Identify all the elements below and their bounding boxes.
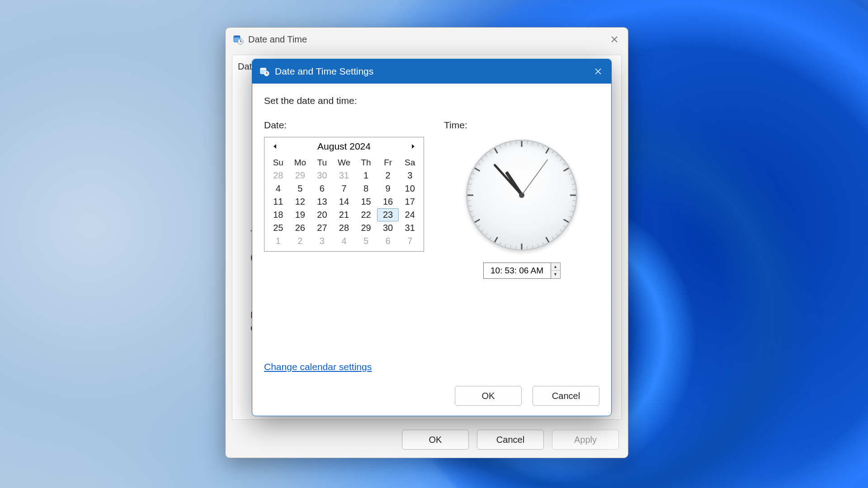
- parent-apply-button: Apply: [552, 430, 619, 450]
- modal-cancel-button[interactable]: Cancel: [533, 386, 599, 406]
- calendar-day[interactable]: 10: [399, 182, 421, 195]
- modal-close-button[interactable]: [589, 63, 608, 80]
- clock-tick: [505, 144, 506, 146]
- date-label: Date:: [264, 120, 424, 131]
- chevron-left-icon: [273, 144, 277, 149]
- clock-tick: [556, 233, 558, 235]
- calendar-day[interactable]: 29: [355, 221, 377, 235]
- calendar-day[interactable]: 17: [399, 195, 421, 208]
- clock-tick: [469, 184, 472, 185]
- svg-rect-4: [260, 68, 266, 70]
- calendar-day[interactable]: 31: [333, 169, 355, 182]
- clock-second-hand: [521, 159, 548, 195]
- calendar-day[interactable]: 8: [355, 182, 377, 195]
- time-spin-down[interactable]: ▼: [551, 271, 560, 278]
- calendar-day[interactable]: 19: [289, 208, 311, 221]
- clock-tick: [532, 142, 533, 145]
- calendar-day[interactable]: 31: [399, 221, 421, 235]
- calendar-prev-month[interactable]: [269, 141, 281, 152]
- parent-cancel-button[interactable]: Cancel: [477, 430, 544, 450]
- parent-ok-button[interactable]: OK: [402, 430, 469, 450]
- clock-tick: [468, 189, 471, 190]
- calendar-day[interactable]: 7: [399, 235, 421, 248]
- calendar-day[interactable]: 28: [333, 221, 355, 235]
- calendar-day[interactable]: 14: [333, 195, 355, 208]
- clock-tick: [481, 230, 483, 232]
- chevron-right-icon: [411, 144, 415, 149]
- calendar-day[interactable]: 25: [267, 221, 289, 235]
- time-input[interactable]: [483, 263, 551, 279]
- calendar-day[interactable]: 12: [289, 195, 311, 208]
- calendar-day[interactable]: 3: [311, 235, 333, 248]
- calendar-day[interactable]: 27: [311, 221, 333, 235]
- calendar-day[interactable]: 4: [267, 182, 289, 195]
- calendar-day[interactable]: 6: [311, 182, 333, 195]
- clock-tick: [521, 244, 523, 249]
- clock-tick: [500, 242, 501, 245]
- analog-clock: [466, 140, 577, 251]
- calendar-day[interactable]: 4: [333, 235, 355, 248]
- calendar-month-year[interactable]: August 2024: [317, 141, 371, 152]
- close-icon: [611, 36, 618, 43]
- calendar-day-header: Mo: [289, 156, 311, 169]
- clock-tick: [552, 237, 554, 239]
- calendar-day[interactable]: 29: [289, 169, 311, 182]
- clock-tick: [481, 159, 483, 161]
- modal-titlebar[interactable]: Date and Time Settings: [252, 59, 611, 84]
- calendar-day[interactable]: 30: [311, 169, 333, 182]
- modal-footer: OK Cancel: [252, 376, 611, 416]
- clock-tick: [545, 148, 549, 154]
- clock-tick: [571, 178, 573, 179]
- calendar-day[interactable]: 20: [311, 208, 333, 221]
- clock-tick: [563, 163, 566, 165]
- calendar-day[interactable]: 24: [399, 208, 421, 221]
- modal-ok-button[interactable]: OK: [455, 386, 522, 406]
- clock-tick: [467, 195, 473, 196]
- clock-tick: [572, 206, 575, 206]
- calendar-day[interactable]: 5: [289, 182, 311, 195]
- calendar-next-month[interactable]: [407, 141, 419, 152]
- calendar-day[interactable]: 9: [377, 182, 399, 195]
- change-calendar-settings-link[interactable]: Change calendar settings: [264, 361, 372, 372]
- calendar-day[interactable]: 6: [377, 235, 399, 248]
- calendar-day[interactable]: 13: [311, 195, 333, 208]
- date-time-settings-dialog: Date and Time Settings Set the date and …: [252, 59, 612, 416]
- calendar-day[interactable]: 3: [399, 169, 421, 182]
- calendar-day[interactable]: 11: [267, 195, 289, 208]
- clock-tick: [570, 195, 576, 196]
- time-label: Time:: [444, 120, 467, 131]
- calendar-day[interactable]: 18: [267, 208, 289, 221]
- parent-close-button[interactable]: [605, 31, 623, 47]
- calendar-clock-icon: [233, 34, 244, 45]
- time-spin-up[interactable]: ▲: [551, 263, 560, 271]
- clock-tick: [560, 230, 562, 232]
- calendar-day[interactable]: 2: [377, 169, 399, 182]
- calendar-day[interactable]: 26: [289, 221, 311, 235]
- clock-tick: [494, 237, 498, 243]
- parent-titlebar[interactable]: Date and Time: [226, 28, 628, 51]
- calendar-day[interactable]: 22: [355, 208, 377, 221]
- calendar-day[interactable]: 15: [355, 195, 377, 208]
- clock-tick: [569, 216, 571, 217]
- calendar-day[interactable]: 23: [377, 208, 399, 221]
- calendar-day[interactable]: 28: [267, 169, 289, 182]
- clock-tick: [516, 141, 517, 144]
- clock-tick: [571, 211, 573, 212]
- calendar-day[interactable]: 5: [355, 235, 377, 248]
- clock-tick: [563, 219, 569, 223]
- clock-tick: [563, 225, 566, 227]
- calendar-day[interactable]: 7: [333, 182, 355, 195]
- calendar-day[interactable]: 1: [267, 235, 289, 248]
- calendar-day[interactable]: 21: [333, 208, 355, 221]
- calendar-day-header: Su: [267, 156, 289, 169]
- clock-tick: [516, 246, 517, 249]
- calendar: August 2024 SuMoTuWeThFrSa28293031123456…: [264, 137, 424, 252]
- calendar-day[interactable]: 30: [377, 221, 399, 235]
- calendar-day[interactable]: 16: [377, 195, 399, 208]
- calendar-day[interactable]: 2: [289, 235, 311, 248]
- clock-tick: [472, 216, 475, 217]
- clock-tick: [478, 163, 480, 165]
- calendar-day[interactable]: 1: [355, 169, 377, 182]
- instruction-text: Set the date and time:: [264, 95, 599, 106]
- clock-tick: [521, 141, 523, 147]
